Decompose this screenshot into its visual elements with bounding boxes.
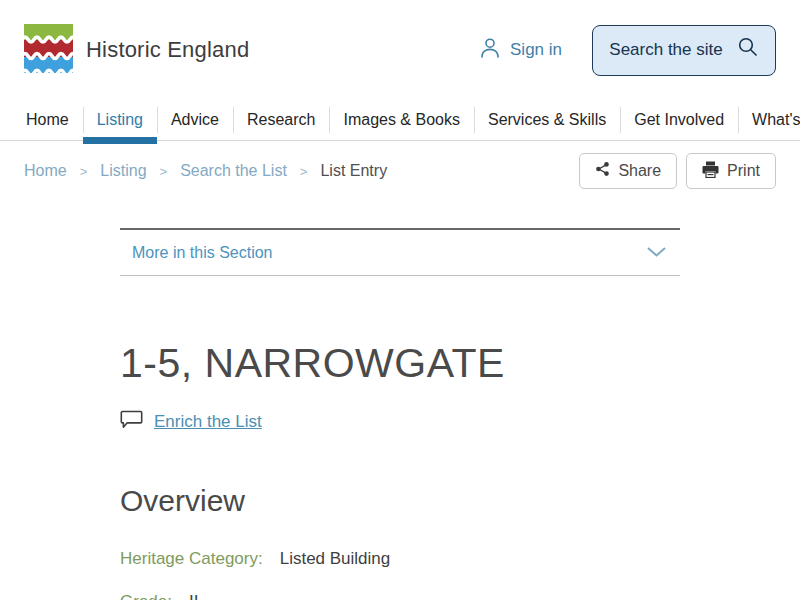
search-site-button[interactable]: Search the site xyxy=(592,25,776,76)
breadcrumb-separator-icon: > xyxy=(80,164,88,179)
breadcrumb-listing[interactable]: Listing xyxy=(100,162,146,180)
enrich-row: Enrich the List xyxy=(120,410,680,434)
chevron-down-icon xyxy=(646,244,667,262)
nav-item-research[interactable]: Research xyxy=(233,100,329,140)
heritage-category-label: Heritage Category: xyxy=(120,548,263,569)
more-in-section-label: More in this Section xyxy=(132,244,273,262)
heritage-category-field: Heritage Category: Listed Building xyxy=(120,548,680,569)
nav-item-get-involved[interactable]: Get Involved xyxy=(620,100,738,140)
heritage-category-value: Listed Building xyxy=(280,548,391,569)
breadcrumb-separator-icon: > xyxy=(300,164,308,179)
speech-bubble-icon xyxy=(120,410,143,434)
breadcrumb-separator-icon: > xyxy=(160,164,168,179)
historic-england-logo-icon xyxy=(24,24,73,77)
site-header: Historic England Sign in Search the site xyxy=(0,0,800,100)
nav-item-home[interactable]: Home xyxy=(12,100,83,140)
page-actions: Share Print xyxy=(579,153,776,189)
breadcrumb-search-the-list[interactable]: Search the List xyxy=(180,162,287,180)
grade-label: Grade: xyxy=(120,591,172,600)
breadcrumb-home[interactable]: Home xyxy=(24,162,67,180)
grade-field: Grade: II xyxy=(120,591,680,600)
share-label: Share xyxy=(618,162,661,180)
search-icon xyxy=(736,36,759,64)
grade-value: II xyxy=(189,591,198,600)
nav-item-advice[interactable]: Advice xyxy=(157,100,233,140)
overview-heading: Overview xyxy=(120,484,680,518)
share-icon xyxy=(595,161,610,181)
print-label: Print xyxy=(727,162,760,180)
share-button[interactable]: Share xyxy=(579,153,677,189)
nav-item-whats-new[interactable]: What's New xyxy=(738,100,800,140)
historic-england-logo-link[interactable]: Historic England xyxy=(24,24,249,77)
page-title: 1-5, NARROWGATE xyxy=(120,340,680,387)
search-site-label: Search the site xyxy=(609,40,722,60)
breadcrumb-current-list-entry: List Entry xyxy=(320,162,387,180)
nav-item-listing[interactable]: Listing xyxy=(83,100,157,140)
breadcrumb-row: Home > Listing > Search the List > List … xyxy=(0,141,800,201)
breadcrumb: Home > Listing > Search the List > List … xyxy=(24,162,387,180)
main-nav: Home Listing Advice Research Images & Bo… xyxy=(0,100,800,141)
more-in-section-toggle[interactable]: More in this Section xyxy=(120,228,680,276)
logo-text: Historic England xyxy=(86,37,249,63)
sign-in-label: Sign in xyxy=(510,40,562,60)
user-icon xyxy=(479,38,501,63)
print-button[interactable]: Print xyxy=(686,153,776,189)
list-entry-content: 1-5, NARROWGATE Enrich the List Overview… xyxy=(120,340,680,600)
nav-item-images-books[interactable]: Images & Books xyxy=(329,100,474,140)
nav-item-services-skills[interactable]: Services & Skills xyxy=(474,100,620,140)
enrich-the-list-link[interactable]: Enrich the List xyxy=(154,412,262,432)
sign-in-link[interactable]: Sign in xyxy=(479,38,562,63)
print-icon xyxy=(702,161,719,182)
